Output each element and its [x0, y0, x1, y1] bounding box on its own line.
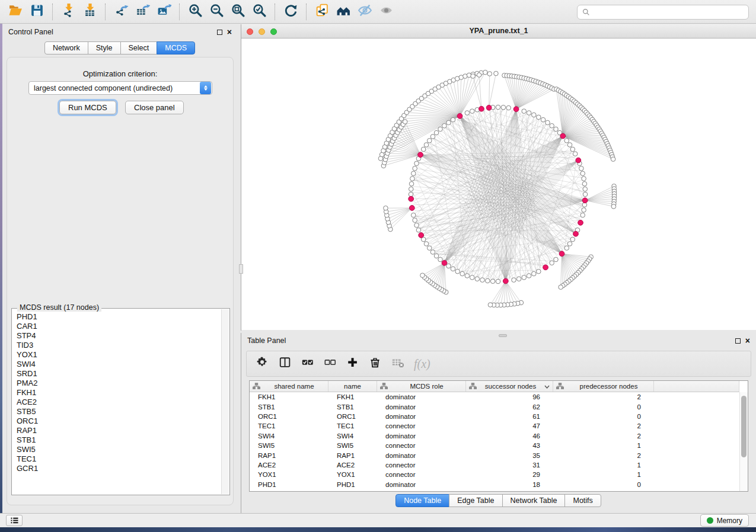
- network-node[interactable]: [537, 115, 541, 120]
- network-leaf-node[interactable]: [487, 72, 492, 76]
- network-node[interactable]: [409, 181, 414, 186]
- network-leaf-node[interactable]: [559, 285, 563, 290]
- criterion-dropdown[interactable]: largest connected component (undirected): [28, 81, 212, 95]
- mcds-result-item[interactable]: RAP1: [17, 426, 219, 435]
- network-node[interactable]: [541, 117, 546, 122]
- tab-network-table[interactable]: Network Table: [502, 494, 566, 507]
- network-node[interactable]: [496, 279, 500, 284]
- table-row[interactable]: STB1STB1dominator620: [250, 402, 739, 411]
- table-row[interactable]: SWI4SWI4dominator462: [250, 431, 739, 441]
- mcds-result-item[interactable]: TEC1: [17, 454, 219, 464]
- mcds-hub-node[interactable]: [513, 107, 519, 112]
- network-node[interactable]: [480, 278, 485, 283]
- tab-mcds[interactable]: MCDS: [157, 41, 195, 55]
- network-leaf-node[interactable]: [384, 206, 388, 210]
- network-node[interactable]: [554, 257, 559, 262]
- column-header-name[interactable]: name: [328, 381, 377, 392]
- network-node[interactable]: [438, 127, 443, 132]
- network-node[interactable]: [570, 147, 575, 152]
- network-node[interactable]: [516, 277, 521, 281]
- network-node[interactable]: [546, 120, 550, 125]
- network-leaf-node[interactable]: [483, 70, 488, 75]
- network-leaf-node[interactable]: [611, 204, 616, 209]
- network-node[interactable]: [573, 152, 578, 156]
- table-row[interactable]: FKH1FKH1dominator962: [250, 392, 739, 402]
- column-header-MCDS-role[interactable]: MCDS role: [377, 381, 466, 392]
- tab-node-table[interactable]: Node Table: [395, 494, 449, 507]
- mcds-hub-node[interactable]: [560, 133, 566, 139]
- network-node[interactable]: [582, 181, 587, 186]
- network-node[interactable]: [583, 192, 588, 197]
- table-row[interactable]: SWI5SWI5connector431: [250, 441, 739, 450]
- network-node[interactable]: [430, 250, 435, 255]
- network-node[interactable]: [451, 267, 455, 271]
- mcds-hub-node[interactable]: [543, 265, 548, 270]
- network-node[interactable]: [490, 279, 495, 284]
- network-node[interactable]: [537, 269, 541, 274]
- network-node[interactable]: [564, 246, 569, 251]
- network-node[interactable]: [550, 123, 554, 128]
- network-node[interactable]: [414, 223, 419, 227]
- first-neighbors-button[interactable]: [333, 2, 354, 21]
- tab-select[interactable]: Select: [120, 41, 158, 55]
- task-history-button[interactable]: [6, 515, 23, 526]
- mcds-hub-node[interactable]: [409, 196, 414, 201]
- mcds-hub-node[interactable]: [573, 231, 579, 236]
- network-leaf-node[interactable]: [403, 120, 407, 124]
- mcds-hub-node[interactable]: [576, 158, 581, 163]
- mcds-hub-node[interactable]: [479, 106, 484, 111]
- network-node[interactable]: [455, 269, 460, 274]
- mcds-result-item[interactable]: YOX1: [17, 350, 219, 360]
- network-node[interactable]: [579, 166, 584, 171]
- mcds-hub-node[interactable]: [503, 278, 508, 284]
- network-leaf-node[interactable]: [477, 73, 481, 78]
- network-canvas[interactable]: [241, 39, 756, 330]
- mcds-result-item[interactable]: GCR1: [17, 464, 219, 473]
- zoom-in-button[interactable]: [184, 2, 206, 21]
- network-node[interactable]: [430, 134, 435, 139]
- network-node[interactable]: [485, 278, 490, 283]
- mcds-result-item[interactable]: SWI4: [17, 360, 219, 369]
- table-scrollbar[interactable]: [739, 392, 748, 491]
- network-node[interactable]: [501, 105, 506, 110]
- network-node[interactable]: [424, 242, 429, 246]
- table-panel-resize-handle[interactable]: [499, 334, 507, 337]
- select-all-rows-button[interactable]: [301, 356, 314, 371]
- add-column-button[interactable]: [346, 356, 359, 371]
- network-node[interactable]: [564, 139, 569, 143]
- mcds-result-item[interactable]: TID3: [17, 341, 219, 350]
- zoom-fit-button[interactable]: [227, 2, 248, 21]
- memory-button[interactable]: Memory: [700, 514, 749, 527]
- close-panel-icon[interactable]: ×: [227, 29, 232, 35]
- mcds-hub-node[interactable]: [409, 206, 414, 211]
- network-leaf-node[interactable]: [488, 303, 493, 307]
- network-node[interactable]: [434, 130, 439, 135]
- mcds-hub-node[interactable]: [419, 233, 424, 238]
- mcds-result-item[interactable]: STP4: [17, 331, 219, 341]
- refresh-button[interactable]: [280, 2, 301, 21]
- network-node[interactable]: [446, 264, 451, 268]
- close-table-panel-icon[interactable]: ×: [745, 338, 750, 344]
- import-network-button[interactable]: [58, 2, 79, 21]
- hide-selected-button[interactable]: [354, 2, 375, 21]
- network-node[interactable]: [465, 274, 470, 278]
- network-node[interactable]: [522, 275, 527, 280]
- network-node[interactable]: [421, 147, 426, 152]
- mcds-hub-node[interactable]: [486, 105, 492, 110]
- zoom-selected-button[interactable]: [248, 2, 270, 21]
- network-node[interactable]: [512, 278, 516, 283]
- mcds-result-item[interactable]: CAR1: [17, 322, 219, 331]
- delete-column-button[interactable]: [369, 356, 382, 371]
- network-node[interactable]: [580, 171, 585, 176]
- network-node[interactable]: [567, 242, 572, 246]
- table-row[interactable]: ACE2ACE2connector311: [250, 460, 739, 470]
- network-node[interactable]: [411, 213, 416, 217]
- network-node[interactable]: [554, 127, 559, 132]
- tab-motifs[interactable]: Motifs: [564, 494, 601, 507]
- mcds-hub-node[interactable]: [457, 113, 462, 118]
- network-node[interactable]: [409, 187, 413, 191]
- mcds-result-item[interactable]: SWI5: [17, 445, 219, 454]
- mcds-hub-node[interactable]: [442, 260, 447, 265]
- column-header-shared-name[interactable]: shared name: [250, 381, 328, 392]
- mcds-result-item[interactable]: ACE2: [17, 398, 219, 407]
